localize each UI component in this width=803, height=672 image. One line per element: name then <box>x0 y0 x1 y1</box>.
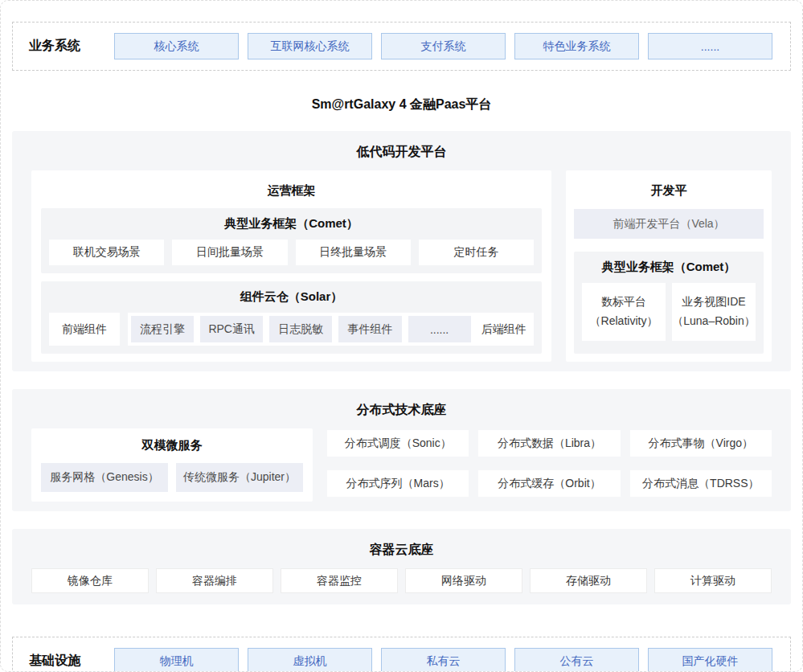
luna-robin-ide-tile: 业务视图IDE （Luna–Robin） <box>672 283 756 341</box>
network-driver-tile: 网络驱动 <box>405 568 522 593</box>
operation-framework-box: 运营框架 典型业务框架（Comet） 联机交易场景 日间批量场景 日终批量场景 … <box>31 170 551 362</box>
business-system-core: 核心系统 <box>114 33 239 59</box>
infrastructure-buttons: 物理机 虚拟机 私有云 公有云 国产化硬件 <box>114 648 772 672</box>
jupiter-microservice-chip: 传统微服务（Jupiter） <box>176 463 303 492</box>
dev-platform-title: 开发平 <box>574 174 764 208</box>
distributed-base-section: 分布式技术底座 双模微服务 服务网格（Genesis） 传统微服务（Jupite… <box>12 389 791 511</box>
business-system-payment: 支付系统 <box>381 33 506 59</box>
distributed-base-body: 双模微服务 服务网格（Genesis） 传统微服务（Jupiter） 分布式调度… <box>31 428 772 502</box>
infra-virtual-machine: 虚拟机 <box>248 648 372 672</box>
solar-component-title: 组件云仓（Solar） <box>49 281 534 313</box>
comet-item-endofday-batch: 日终批量场景 <box>296 240 411 265</box>
luna-robin-title: 业务视图IDE <box>682 293 745 312</box>
infrastructure-label: 基础设施 <box>29 653 95 670</box>
virgo-transaction-tile: 分布式事物（Virgo） <box>630 430 772 457</box>
distributed-services-grid: 分布式调度（Sonic） 分布式数据（Libra） 分布式事物（Virgo） 分… <box>327 428 772 502</box>
container-base-section: 容器云底座 镜像仓库 容器编排 容器监控 网络驱动 存储驱动 计算驱动 <box>12 529 791 604</box>
platform-title: Sm@rtGalaxy 4 金融Paas平台 <box>1 96 802 113</box>
operation-framework-title: 运营框架 <box>41 174 542 208</box>
solar-chip-process-engine: 流程引擎 <box>131 316 194 342</box>
libra-data-tile: 分布式数据（Libra） <box>478 430 620 457</box>
genesis-service-mesh-chip: 服务网格（Genesis） <box>41 463 168 492</box>
solar-backend-label: 后端组件 <box>477 322 531 337</box>
infra-private-cloud: 私有云 <box>381 648 506 672</box>
tdrss-message-tile: 分布式消息（TDRSS） <box>630 470 772 497</box>
dev-comet-items: 数标平台 （Relativity） 业务视图IDE （Luna–Robin） <box>582 283 756 341</box>
distributed-base-title: 分布式技术底座 <box>31 395 772 428</box>
comet-item-scheduled-task: 定时任务 <box>419 240 534 265</box>
business-system-more: ...... <box>648 33 772 59</box>
business-systems-buttons: 核心系统 互联网核心系统 支付系统 特色业务系统 ...... <box>114 33 772 59</box>
business-systems-band: 业务系统 核心系统 互联网核心系统 支付系统 特色业务系统 ...... <box>12 22 791 71</box>
dev-comet-framework-box: 典型业务框架（Comet） 数标平台 （Relativity） 业务视图IDE … <box>574 252 764 354</box>
business-system-special: 特色业务系统 <box>514 33 639 59</box>
vela-frontend-dev-platform: 前端开发平台（Vela） <box>574 209 764 239</box>
low-code-platform-title: 低代码开发平台 <box>31 137 772 170</box>
solar-chip-more: ...... <box>408 316 471 342</box>
container-base-title: 容器云底座 <box>31 535 772 568</box>
dual-mode-microservice-box: 双模微服务 服务网格（Genesis） 传统微服务（Jupiter） <box>31 428 313 502</box>
low-code-platform-section: 低代码开发平台 运营框架 典型业务框架（Comet） 联机交易场景 日间批量场景… <box>12 131 791 371</box>
container-monitoring-tile: 容器监控 <box>281 568 398 593</box>
storage-driver-tile: 存储驱动 <box>530 568 647 593</box>
business-system-internet-core: 互联网核心系统 <box>248 33 372 59</box>
container-orchestration-tile: 容器编排 <box>156 568 273 593</box>
orbit-cache-tile: 分布式缓存（Orbit） <box>478 470 620 497</box>
solar-chip-rpc: RPC通讯 <box>200 316 263 342</box>
low-code-platform-body: 运营框架 典型业务框架（Comet） 联机交易场景 日间批量场景 日终批量场景 … <box>31 170 772 362</box>
relativity-subtitle: （Relativity） <box>590 312 658 331</box>
solar-backend-components: 流程引擎 RPC通讯 日志脱敏 事件组件 ...... 后端组件 <box>128 313 534 346</box>
solar-component-items: 前端组件 流程引擎 RPC通讯 日志脱敏 事件组件 ...... 后端组件 <box>49 313 534 346</box>
dual-mode-microservice-title: 双模微服务 <box>41 428 303 463</box>
infrastructure-band: 基础设施 物理机 虚拟机 私有云 公有云 国产化硬件 <box>12 637 791 672</box>
solar-component-box: 组件云仓（Solar） 前端组件 流程引擎 RPC通讯 日志脱敏 事件组件 ..… <box>41 281 542 354</box>
solar-chip-event-components: 事件组件 <box>338 316 401 342</box>
infra-physical-machine: 物理机 <box>114 648 239 672</box>
business-systems-label: 业务系统 <box>29 38 95 55</box>
infra-domestic-hardware: 国产化硬件 <box>648 648 772 672</box>
architecture-diagram: 业务系统 核心系统 互联网核心系统 支付系统 特色业务系统 ...... Sm@… <box>0 0 803 672</box>
solar-chip-log-masking: 日志脱敏 <box>269 316 332 342</box>
container-base-items: 镜像仓库 容器编排 容器监控 网络驱动 存储驱动 计算驱动 <box>31 568 772 595</box>
mars-sequence-tile: 分布式序列（Mars） <box>327 470 469 497</box>
dual-mode-microservice-items: 服务网格（Genesis） 传统微服务（Jupiter） <box>41 463 303 492</box>
comet-framework-items: 联机交易场景 日间批量场景 日终批量场景 定时任务 <box>49 240 534 265</box>
dev-platform-box: 开发平 前端开发平台（Vela） 典型业务框架（Comet） 数标平台 （Rel… <box>566 170 772 362</box>
sonic-scheduling-tile: 分布式调度（Sonic） <box>327 430 469 457</box>
relativity-title: 数标平台 <box>601 293 646 312</box>
comet-framework-title: 典型业务框架（Comet） <box>49 208 534 240</box>
infra-public-cloud: 公有云 <box>514 648 639 672</box>
relativity-data-platform-tile: 数标平台 （Relativity） <box>582 283 666 341</box>
comet-item-online-trade: 联机交易场景 <box>49 240 164 265</box>
image-registry-tile: 镜像仓库 <box>31 568 149 593</box>
comet-item-daytime-batch: 日间批量场景 <box>172 240 287 265</box>
compute-driver-tile: 计算驱动 <box>654 568 772 593</box>
luna-robin-subtitle: （Luna–Robin） <box>672 312 756 331</box>
dev-comet-framework-title: 典型业务框架（Comet） <box>582 252 756 283</box>
comet-framework-box: 典型业务框架（Comet） 联机交易场景 日间批量场景 日终批量场景 定时任务 <box>41 208 542 273</box>
solar-frontend-components: 前端组件 <box>49 313 120 346</box>
